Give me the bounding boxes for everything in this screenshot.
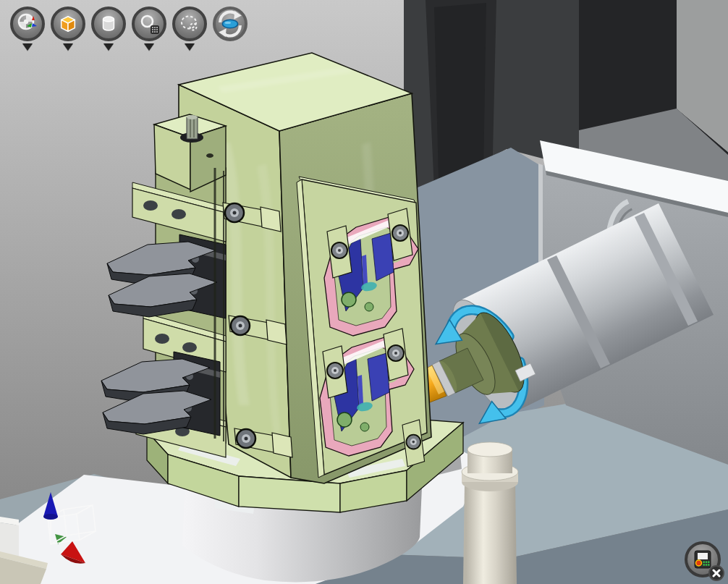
magnifier-grid-icon <box>138 13 160 35</box>
orange-cube-icon <box>58 14 78 34</box>
cylinder-icon <box>98 14 119 34</box>
dropdown-arrow[interactable] <box>103 43 114 51</box>
toolbar-button-view-orientation[interactable] <box>9 7 46 53</box>
dropdown-arrow[interactable] <box>22 43 33 51</box>
toolbar-button-stock-cylinder[interactable] <box>90 7 127 53</box>
toolbar-button-zoom[interactable] <box>130 7 168 53</box>
dropdown-arrow[interactable] <box>63 43 73 51</box>
dashed-circle-icon <box>179 13 200 35</box>
simulation-viewport[interactable] <box>0 0 728 584</box>
dropdown-arrow[interactable] <box>144 43 154 51</box>
view-wheel-axes-icon <box>17 13 38 35</box>
machine-control-panel-button[interactable] <box>685 541 722 579</box>
support-cylinder[interactable] <box>462 442 518 584</box>
toolbar-button-refresh-view[interactable] <box>211 7 249 53</box>
dropdown-arrow[interactable] <box>185 43 195 51</box>
close-x-icon[interactable] <box>708 565 724 581</box>
circular-arrows-lens-icon <box>216 10 244 38</box>
view-toolbar <box>9 7 249 53</box>
scene-3d[interactable] <box>0 0 728 584</box>
toolbar-button-selection[interactable] <box>171 7 208 53</box>
toolbar-button-show-cube[interactable] <box>49 7 87 53</box>
